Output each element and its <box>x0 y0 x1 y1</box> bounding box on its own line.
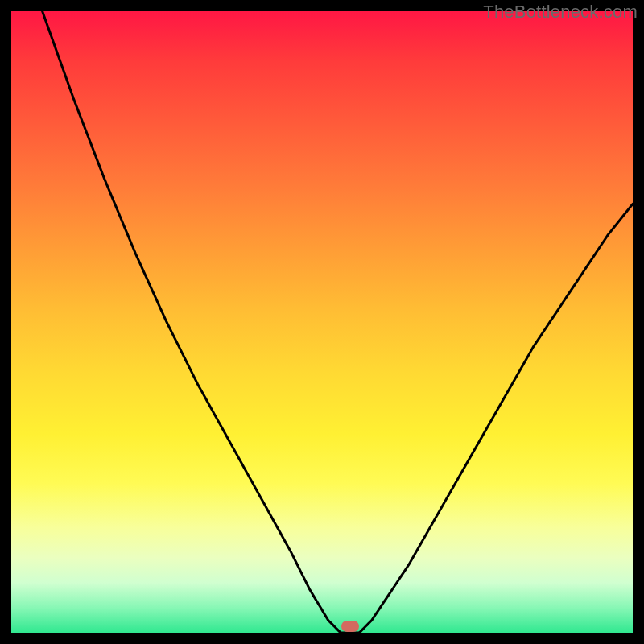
chart-frame: TheBottleneck.com <box>0 0 644 644</box>
bottleneck-curve <box>11 11 633 633</box>
watermark-text: TheBottleneck.com <box>483 2 638 23</box>
plot-area <box>11 11 633 633</box>
bottleneck-marker <box>341 621 359 632</box>
